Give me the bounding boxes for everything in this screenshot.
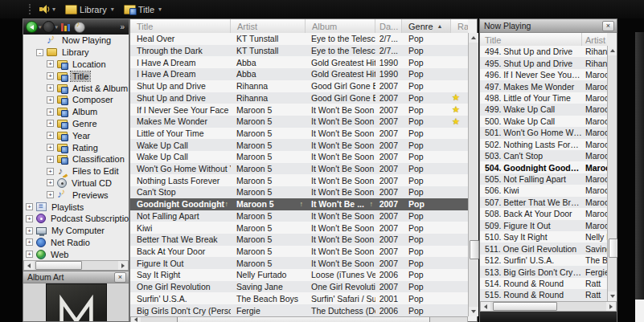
- tree-item[interactable]: + Net Radio: [23, 237, 129, 249]
- table-row[interactable]: Little of Your Time Maroon 5 It Won't Be…: [130, 128, 468, 140]
- cell-rating[interactable]: [451, 234, 468, 246]
- scrollbar-thumb[interactable]: [35, 261, 82, 270]
- expander-icon[interactable]: +: [47, 96, 54, 104]
- now-playing-row[interactable]: 501. Won't Go Home Without You Maroon 5: [480, 127, 607, 138]
- tree-item[interactable]: + Composer: [23, 94, 129, 106]
- column-header[interactable]: Da...: [375, 19, 402, 33]
- now-playing-hscrollbar[interactable]: [480, 301, 617, 312]
- expander-icon[interactable]: +: [26, 203, 33, 210]
- now-playing-row[interactable]: 498. Little of Your Time Maroon 5: [480, 92, 607, 104]
- scroll-left-button[interactable]: [24, 261, 34, 270]
- back-button[interactable]: [26, 21, 38, 33]
- table-row[interactable]: Nothing Lasts Forever Maroon 5 It Won't …: [130, 174, 468, 186]
- cell-rating[interactable]: [451, 33, 468, 45]
- now-playing-row[interactable]: 515. Round & Round Ratt: [480, 289, 607, 300]
- scroll-up-button[interactable]: [469, 33, 478, 43]
- scrollbar-thumb[interactable]: [470, 240, 479, 259]
- expander-icon[interactable]: +: [26, 227, 33, 234]
- expander-icon[interactable]: +: [47, 72, 54, 79]
- table-row[interactable]: Better That We Break Maroon 5 It Won't B…: [130, 234, 468, 246]
- toolbar-grip[interactable]: [29, 4, 33, 14]
- tree-item[interactable]: + Virtual CD: [23, 177, 129, 190]
- scroll-up-button[interactable]: [608, 46, 617, 55]
- cell-rating[interactable]: [451, 198, 468, 210]
- now-playing-row[interactable]: 495. Shut Up and Drive Rihanna: [480, 57, 607, 68]
- tree-item[interactable]: + Album: [23, 106, 129, 118]
- expander-icon[interactable]: +: [47, 179, 54, 186]
- equalizer-icon[interactable]: [61, 22, 70, 31]
- now-playing-row[interactable]: 497. Makes Me Wonder Maroon 5: [480, 80, 607, 92]
- scrollbar-thumb[interactable]: [493, 302, 557, 311]
- column-header[interactable]: Artist: [231, 19, 306, 33]
- table-row[interactable]: Makes Me Wonder Maroon 5 It Won't Be Soo…: [130, 116, 468, 128]
- scroll-left-button[interactable]: [131, 317, 141, 322]
- tree-item[interactable]: + Year: [23, 129, 129, 141]
- tree-item[interactable]: + Location: [23, 59, 129, 71]
- cell-rating[interactable]: [451, 151, 468, 163]
- table-row[interactable]: Wake Up Call Maroon 5 It Won't Be Soon .…: [130, 151, 468, 163]
- table-hscrollbar[interactable]: [130, 316, 468, 322]
- tree-item[interactable]: + Web: [23, 248, 129, 260]
- expander-icon[interactable]: +: [47, 108, 54, 116]
- cell-rating[interactable]: [451, 45, 468, 57]
- table-row[interactable]: Through the Dark KT Tunstall Eye to the …: [130, 45, 468, 57]
- table-row[interactable]: Heal Over KT Tunstall Eye to the Telesc.…: [130, 33, 468, 45]
- column-header[interactable]: Title: [480, 33, 582, 47]
- tree-item[interactable]: + Title: [23, 70, 129, 82]
- now-playing-row[interactable]: 496. If I Never See Your Face Again Maro…: [480, 69, 607, 80]
- cell-rating[interactable]: [451, 292, 468, 304]
- now-playing-row[interactable]: 502. Nothing Lasts Forever Maroon 5: [480, 139, 607, 150]
- table-row[interactable]: If I Never See Your Face ... Maroon 5 It…: [130, 104, 468, 116]
- now-playing-close-icon[interactable]: ×: [602, 21, 614, 31]
- cell-rating[interactable]: ★: [451, 92, 468, 104]
- tree-item[interactable]: - Library: [23, 47, 129, 59]
- now-playing-row[interactable]: 512. Surfin' U.S.A. The Beach Boys: [480, 255, 607, 266]
- tree-item[interactable]: Now Playing: [23, 35, 129, 47]
- cell-rating[interactable]: [451, 246, 468, 258]
- tree-item[interactable]: + Rating: [23, 141, 129, 153]
- tree-item[interactable]: + Classification: [23, 153, 129, 165]
- table-row[interactable]: Kiwi Maroon 5 It Won't Be Soon ... 2007 …: [130, 222, 468, 234]
- tree-item[interactable]: + Previews: [23, 189, 129, 201]
- table-row[interactable]: One Girl Revolution Saving Jane One Girl…: [130, 281, 468, 293]
- now-playing-row[interactable]: 494. Shut Up and Drive Rihanna: [480, 46, 607, 57]
- cell-rating[interactable]: [451, 304, 468, 316]
- cell-rating[interactable]: [451, 222, 468, 234]
- table-row[interactable]: Say It Right Nelly Furtado Loose (iTunes…: [130, 269, 468, 281]
- table-row[interactable]: Figure It Out Maroon 5 It Won't Be Soon …: [130, 257, 468, 269]
- expander-icon[interactable]: +: [47, 144, 54, 151]
- now-playing-row[interactable]: 510. Say It Right Nelly Furtado: [480, 231, 607, 243]
- expander-icon[interactable]: +: [47, 84, 54, 92]
- scroll-right-button[interactable]: [606, 302, 616, 311]
- forward-history-chevron-icon[interactable]: ▾: [55, 24, 59, 31]
- now-playing-row[interactable]: 509. Figure It Out Maroon 5: [480, 220, 607, 231]
- cell-rating[interactable]: [451, 80, 468, 92]
- table-row[interactable]: Can't Stop Maroon 5 It Won't Be Soon ...…: [130, 186, 468, 198]
- now-playing-row[interactable]: 499. Wake Up Call Maroon 5: [480, 104, 607, 115]
- scroll-down-button[interactable]: [608, 291, 617, 301]
- cell-rating[interactable]: ★: [451, 104, 468, 116]
- table-row[interactable]: Wake Up Call Maroon 5 It Won't Be Soon .…: [130, 139, 468, 151]
- cell-rating[interactable]: [451, 257, 468, 269]
- scroll-right-button[interactable]: [118, 261, 128, 270]
- now-playing-row[interactable]: 500. Wake Up Call Maroon 5: [480, 116, 607, 127]
- now-playing-crumb-button[interactable]: ▾: [36, 2, 59, 17]
- now-playing-row[interactable]: 507. Better That We Break Maroon 5: [480, 197, 607, 208]
- tree-item[interactable]: + Files to Edit: [23, 165, 129, 177]
- cell-rating[interactable]: [451, 68, 468, 80]
- cell-rating[interactable]: [451, 174, 468, 186]
- now-playing-row[interactable]: 513. Big Girls Don't Cry (Personal) Ferg…: [480, 266, 607, 277]
- column-header[interactable]: Genre ▲: [402, 19, 451, 33]
- expander-icon[interactable]: +: [47, 191, 54, 198]
- table-vscrollbar[interactable]: [468, 33, 478, 316]
- table-row[interactable]: Goodnight Goodnight ↑ Maroon 5 ↑ It Won'…: [130, 198, 468, 210]
- cell-rating[interactable]: [451, 281, 468, 293]
- breadcrumb-library[interactable]: Library ▾: [62, 2, 117, 17]
- table-row[interactable]: Back At Your Door Maroon 5 It Won't Be S…: [130, 246, 468, 258]
- toolbar-overflow-button[interactable]: »: [120, 22, 126, 31]
- column-header[interactable]: Rating: [451, 19, 468, 33]
- table-row[interactable]: Big Girls Don't Cry (Personal) Fergie Th…: [130, 304, 468, 316]
- tree-item[interactable]: + Artist & Album Artists: [23, 82, 129, 94]
- expander-icon[interactable]: +: [47, 168, 54, 175]
- expander-icon[interactable]: +: [47, 132, 54, 139]
